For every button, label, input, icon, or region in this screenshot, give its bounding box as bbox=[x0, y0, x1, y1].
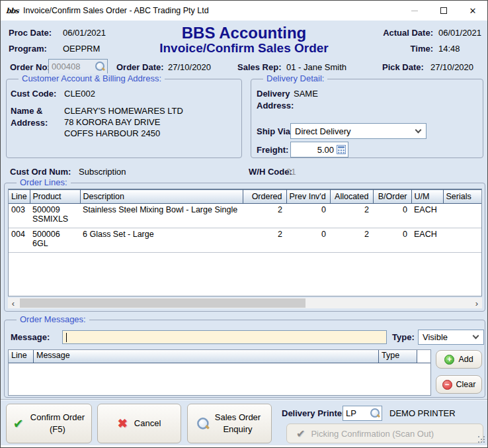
wh-code-value: 01 bbox=[286, 167, 296, 177]
order-no-label: Order No: bbox=[10, 62, 50, 72]
action-bar: ✔ Confirm Order (F5) ✖ Cancel Sales Orde… bbox=[1, 399, 487, 445]
messages-header-row: Line Message Type bbox=[9, 350, 430, 363]
calculator-icon[interactable] bbox=[337, 145, 346, 154]
confirm-order-button[interactable]: ✔ Confirm Order (F5) bbox=[6, 404, 92, 443]
add-message-button[interactable]: + Add bbox=[436, 350, 482, 369]
order-lines-hscrollbar[interactable]: ‹ › bbox=[8, 298, 482, 308]
add-button-label: Add bbox=[458, 355, 473, 364]
freight-input[interactable] bbox=[291, 145, 337, 155]
hscroll-thumb[interactable] bbox=[20, 298, 305, 308]
order-lines-header-row: Line Product Description Ordered Prev In… bbox=[9, 190, 481, 204]
minus-circle-icon: − bbox=[442, 380, 452, 390]
scroll-left-icon[interactable]: ‹ bbox=[8, 298, 19, 308]
enquiry-label-line2: Enquiry bbox=[223, 424, 252, 434]
ship-via-label: Ship Via: bbox=[257, 126, 293, 136]
msg-col-spare bbox=[417, 350, 430, 363]
scroll-right-icon[interactable]: › bbox=[471, 298, 482, 308]
cell-prev-invd: 0 bbox=[286, 204, 330, 228]
text-caret bbox=[66, 333, 67, 342]
col-serials: Serials bbox=[443, 190, 481, 204]
time-label: Time: bbox=[375, 44, 433, 54]
cust-code-value: CLE002 bbox=[64, 89, 95, 99]
cell-line: 003 bbox=[9, 204, 30, 228]
order-line-row[interactable]: 004 500006 6GL 6 Glass Set - Large 2 0 2… bbox=[9, 228, 481, 253]
resize-grip[interactable] bbox=[478, 436, 485, 443]
plus-circle-icon: + bbox=[444, 355, 454, 365]
magnifier-icon bbox=[197, 418, 210, 430]
clear-messages-button[interactable]: − Clear bbox=[436, 375, 482, 394]
billing-address-line2: 78 KORORA BAY DRIVE bbox=[64, 117, 160, 127]
order-no-field[interactable] bbox=[48, 59, 108, 74]
actual-date-label: Actual Date: bbox=[375, 28, 433, 38]
msg-col-message: Message bbox=[34, 350, 379, 363]
order-lines-group: Order Lines: Line Product Description Or… bbox=[4, 183, 485, 312]
cell-prev-invd: 0 bbox=[286, 228, 330, 253]
cell-b-order: 0 bbox=[373, 204, 411, 228]
close-button[interactable]: ✕ bbox=[458, 1, 487, 21]
cell-line: 004 bbox=[9, 228, 30, 253]
col-allocated: Allocated bbox=[330, 190, 373, 204]
freight-field[interactable] bbox=[290, 142, 348, 157]
cancel-button-label: Cancel bbox=[134, 418, 161, 429]
order-date-label: Order Date: bbox=[116, 62, 164, 72]
minimize-icon bbox=[411, 11, 418, 11]
delivery-group: Delivery Detail: Delivery Address: SAME … bbox=[251, 79, 483, 158]
cell-serials bbox=[443, 204, 481, 228]
time-row: Time: 14:48 bbox=[375, 44, 460, 54]
cell-serials bbox=[443, 228, 481, 253]
delivery-printer-field[interactable] bbox=[343, 406, 382, 421]
hscroll-track[interactable] bbox=[19, 298, 471, 308]
col-b-order: B/Order bbox=[373, 190, 411, 204]
delivery-printer-input[interactable] bbox=[343, 408, 370, 418]
col-product: Product bbox=[30, 190, 80, 204]
green-check-icon: ✔ bbox=[13, 416, 24, 431]
cell-allocated: 2 bbox=[330, 228, 373, 253]
chevron-down-icon bbox=[415, 126, 422, 133]
sales-order-enquiry-button[interactable]: Sales Order Enquiry bbox=[187, 404, 272, 443]
minimize-button bbox=[400, 1, 429, 21]
cell-description: Stainless Steel Mixing Bowl - Large Sing… bbox=[80, 204, 243, 228]
cell-b-order: 0 bbox=[373, 228, 411, 253]
message-type-dropdown[interactable]: Visible bbox=[418, 330, 484, 345]
titlebar[interactable]: bbs Invoice/Confirm Sales Order - ABC Tr… bbox=[1, 1, 487, 21]
clear-button-label: Clear bbox=[456, 380, 476, 389]
message-type-value: Visible bbox=[423, 332, 448, 342]
wh-code-label: W/H Code: bbox=[249, 167, 292, 177]
delivery-address-label-line1: Delivery bbox=[257, 89, 290, 99]
order-no-input[interactable] bbox=[49, 62, 95, 71]
message-label: Message: bbox=[11, 332, 50, 342]
msg-col-type: Type bbox=[379, 350, 417, 363]
cust-ord-num-value: Subscription bbox=[79, 167, 126, 177]
order-date-value: 27/10/2020 bbox=[168, 62, 211, 72]
delivery-printer-label: Delivery Printer: bbox=[282, 408, 348, 418]
customer-group-legend: Customer Account & Billing Address: bbox=[19, 73, 165, 83]
form-body: Proc Date: 06/01/2021 Program: OEPPRM BB… bbox=[1, 21, 487, 445]
picking-button-label: Picking Confirmation (Scan Out) bbox=[311, 429, 434, 439]
order-messages-legend: Order Messages: bbox=[17, 314, 89, 324]
customer-group: Customer Account & Billing Address: Cust… bbox=[6, 79, 242, 158]
pick-date-label: Pick Date: bbox=[382, 62, 424, 72]
cell-ordered: 2 bbox=[243, 228, 286, 253]
delivery-address-label-line2: Address: bbox=[257, 101, 294, 111]
sales-rep-label: Sales Rep: bbox=[237, 62, 281, 72]
app-logo-icon: bbs bbox=[6, 7, 19, 15]
message-input[interactable] bbox=[62, 330, 387, 344]
cell-allocated: 2 bbox=[330, 204, 373, 228]
messages-empty-body bbox=[9, 363, 430, 396]
actual-date-value: 06/01/2021 bbox=[438, 28, 481, 38]
enquiry-label-line1: Sales Order bbox=[215, 412, 261, 422]
printer-lookup-icon[interactable] bbox=[370, 408, 380, 418]
sales-rep-value: 01 - Jane Smith bbox=[286, 62, 346, 72]
cell-description: 6 Glass Set - Large bbox=[80, 228, 243, 253]
ship-via-dropdown[interactable]: Direct Delivery bbox=[290, 123, 427, 139]
order-no-lookup-icon[interactable] bbox=[95, 62, 105, 71]
order-messages-group: Order Messages: Message: Type: Visible L… bbox=[4, 320, 485, 398]
order-line-row[interactable]: 003 500009 SSMIXLS Stainless Steel Mixin… bbox=[9, 204, 481, 228]
cell-um: EACH bbox=[411, 228, 443, 253]
maximize-button[interactable] bbox=[429, 1, 458, 21]
cancel-button[interactable]: ✖ Cancel bbox=[97, 404, 181, 443]
order-lines-legend: Order Lines: bbox=[17, 177, 71, 187]
col-um: U/M bbox=[411, 190, 443, 204]
delivery-group-legend: Delivery Detail: bbox=[263, 73, 327, 83]
col-ordered: Ordered bbox=[243, 190, 286, 204]
